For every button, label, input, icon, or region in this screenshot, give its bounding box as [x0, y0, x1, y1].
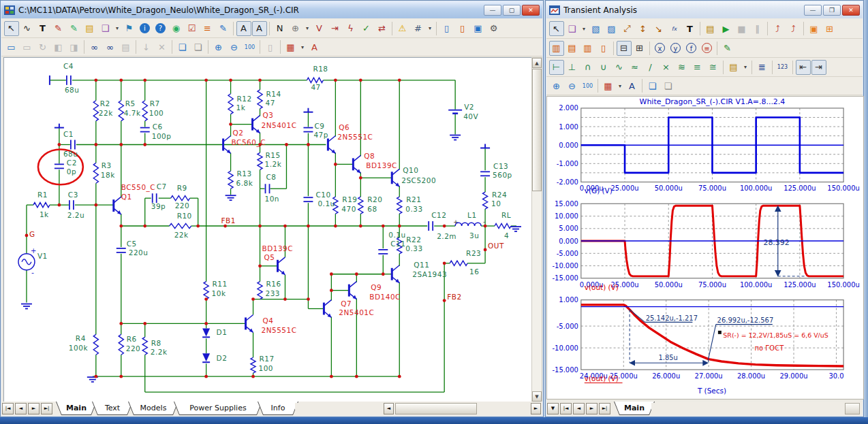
zoom-out-button[interactable]: ⊖ [565, 78, 580, 93]
page-edit-button[interactable]: ✎ [216, 21, 231, 36]
plot-layout-overlap-button[interactable]: ▥ [580, 41, 595, 56]
notes-button[interactable]: ▤ [119, 39, 134, 54]
show-voltages-button[interactable]: V [312, 21, 327, 36]
select-region-button[interactable]: ▭ [4, 39, 19, 54]
maximize-button[interactable]: ▢ [503, 5, 521, 16]
plot-layout-stacked-button[interactable]: ▥ [549, 41, 564, 56]
palette-dropdown-button[interactable]: ▾ [617, 78, 624, 93]
preferences-button[interactable]: ⚙ [486, 21, 501, 36]
analysis-scroll-thumb[interactable] [845, 403, 860, 414]
shape-tools-button[interactable]: ❑ [565, 21, 580, 36]
slope-button[interactable]: / [643, 60, 658, 75]
numeric-output-button[interactable]: ≣ [755, 60, 770, 75]
schematic-vertical-scrollbar[interactable]: ▲ ▼ [531, 57, 542, 402]
send-to-back-button[interactable]: ❏ [191, 39, 206, 54]
first-page-button[interactable]: |◄ [560, 403, 572, 414]
cursor-horizontal-button[interactable]: ⊢ [549, 60, 564, 75]
find-component-button[interactable]: ∞ [87, 39, 102, 54]
valley-button[interactable]: ∪ [596, 60, 611, 75]
grid-dropdown-button[interactable]: ▾ [427, 21, 434, 36]
text-mode-button[interactable]: T [35, 21, 50, 36]
flip-y-button[interactable]: ◨ [67, 39, 82, 54]
text-page-button[interactable]: ▯ [455, 21, 470, 36]
new-page-button[interactable]: ▯ [439, 21, 454, 36]
shape-dropdown-button[interactable]: ▾ [580, 21, 588, 36]
tab-main[interactable]: Main [614, 402, 655, 415]
waveform-plot-area[interactable]: 2.0001.0000.000-1.000-2.0000.000u25.000u… [546, 96, 864, 399]
font-button[interactable]: A [625, 78, 640, 93]
plot-layout-horizontal-button[interactable]: ▤ [565, 41, 580, 56]
analysis-titlebar[interactable]: Transient Analysis —❐✕ [546, 1, 863, 18]
zoom-100-button[interactable]: 100 [580, 78, 595, 93]
tag-point-button[interactable]: ↘ [651, 21, 666, 36]
scroll-down-button[interactable]: ▼ [532, 391, 542, 402]
info-tool-button[interactable]: i [138, 21, 153, 36]
node-numbers-button[interactable]: ⊕ [288, 21, 303, 36]
zoom-window-button[interactable]: ▧ [589, 21, 604, 36]
font-color-button[interactable]: A [307, 39, 322, 54]
data-points-button[interactable]: ⊞ [822, 21, 837, 36]
analog-run-2-button[interactable]: ⤴ [786, 21, 801, 36]
flip-x-button[interactable]: ◧ [51, 39, 66, 54]
x-scale-button[interactable]: x [653, 41, 668, 56]
palette-dropdown-button[interactable]: ▾ [299, 39, 307, 54]
select-border-button[interactable]: ▣ [471, 21, 486, 36]
analysis-horizontal-scrollbar[interactable] [651, 403, 861, 414]
show-pin-connections-button[interactable]: ⇄ [375, 21, 390, 36]
rotate-button[interactable]: ↻ [35, 39, 50, 54]
scope-window-button[interactable]: ▨ [604, 21, 619, 36]
line-draw-button[interactable]: ✎ [51, 21, 66, 36]
vertical-scale-button[interactable]: ↕ [636, 21, 651, 36]
last-page-button[interactable]: ►| [599, 403, 610, 414]
peak-button[interactable]: ∩ [580, 60, 595, 75]
minimize-button[interactable]: — [804, 5, 822, 16]
bring-to-front-button[interactable]: ❏ [645, 78, 660, 93]
stop-disabled-button[interactable]: ✕ [155, 39, 170, 54]
clipboard-button[interactable]: ▤ [726, 60, 741, 75]
tab-main[interactable]: Main [56, 402, 97, 415]
page-dropdown-button[interactable]: ▼ [547, 403, 559, 414]
schematic-titlebar[interactable]: C:\MC11\DATA\Petrov\White_Dragon_Neulo\W… [1, 1, 542, 18]
restore-button[interactable]: ❐ [823, 5, 841, 16]
model-check-button[interactable]: ☑ [185, 21, 200, 36]
text-mode-button[interactable]: T [683, 21, 698, 36]
inflection-button[interactable]: × [659, 60, 674, 75]
select-mode-button[interactable]: ↖ [549, 21, 564, 36]
vertical-scroll-thumb[interactable] [532, 69, 542, 191]
zoom-in-button[interactable]: ⊕ [549, 78, 564, 93]
edit-grid-button[interactable]: ✎ [720, 41, 735, 56]
horizontal-scroll-thumb[interactable] [395, 403, 477, 414]
wire-mode-button[interactable]: ∿ [20, 21, 35, 36]
shape-tools-button[interactable]: ❑ [98, 21, 113, 36]
find-text-button[interactable]: A [236, 21, 251, 36]
select-mode-button[interactable]: ↖ [4, 21, 19, 36]
schematic-canvas[interactable]: +-C468uR222kR54.7kR7100C6100pC168uC20pR3… [3, 57, 533, 402]
run-button[interactable]: ▶ [719, 21, 734, 36]
pause-button[interactable]: ‖ [750, 21, 765, 36]
crosshair-axes-button[interactable]: ⊞ [632, 41, 647, 56]
bus-component-button[interactable]: ▤ [82, 21, 97, 36]
show-power-button[interactable]: ϟ [343, 21, 358, 36]
all-branches-button[interactable]: ≡ [690, 60, 705, 75]
show-conditions-button[interactable]: ✓ [359, 21, 374, 36]
cursor-right-button[interactable]: ⇥ [811, 60, 826, 75]
branch-families-button[interactable]: ≅ [706, 60, 721, 75]
zoom-in-button[interactable]: ⊕ [211, 39, 226, 54]
find-waveform-button[interactable]: A [252, 21, 267, 36]
clipboard-dropdown-button[interactable]: ▾ [742, 60, 749, 75]
scroll-up-button[interactable]: ▲ [532, 58, 542, 68]
properties-button[interactable]: ▤ [703, 21, 718, 36]
prev-tab-button[interactable]: ◄ [15, 403, 27, 414]
node-names-button[interactable]: N [273, 21, 288, 36]
minimize-button[interactable]: — [484, 5, 501, 16]
shape-dropdown-button[interactable]: ▾ [114, 21, 121, 36]
cursor-left-button[interactable]: ⇤ [796, 60, 811, 75]
warnings-button[interactable]: ⚠ [395, 21, 410, 36]
zoom-100-button[interactable]: 100 [243, 39, 258, 54]
display-dropdown-button[interactable]: ▾ [304, 21, 311, 36]
pan-region-button[interactable]: ▭ [20, 39, 35, 54]
color-palette-button[interactable]: ▦ [601, 78, 616, 93]
close-button[interactable]: ✕ [522, 5, 540, 16]
prev-page-button[interactable]: ◄ [573, 403, 585, 414]
grid-toggle-button[interactable]: # [411, 21, 426, 36]
